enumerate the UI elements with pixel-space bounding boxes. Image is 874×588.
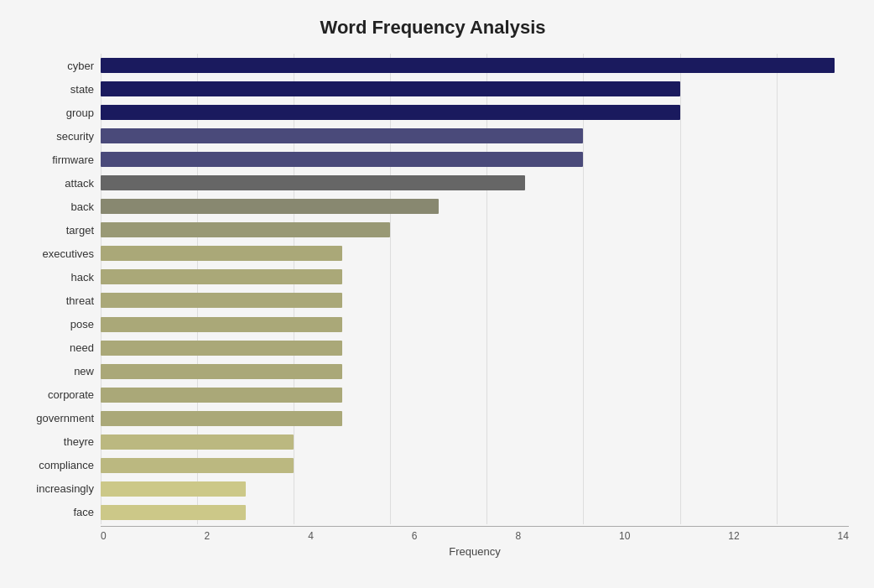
bar-row [101,197,849,216]
bar [101,58,835,73]
bar [101,364,342,379]
y-label: cyber [17,60,94,71]
bar [101,434,294,450]
bar [101,105,680,120]
y-label: face [17,507,94,518]
y-label: state [17,84,94,95]
y-label: threat [17,295,94,306]
x-axis-ticks: 02468101214 [101,527,849,542]
y-label: pose [17,319,94,330]
x-tick: 0 [101,530,107,542]
y-label: government [17,413,94,424]
x-tick: 10 [619,530,630,542]
y-label: increasingly [17,483,94,494]
bar-row [101,339,849,357]
bar-row [101,409,849,428]
bar [101,293,342,308]
bar-row [101,456,849,475]
y-axis-labels: cyberstategroupsecurityfirmwareattackbac… [17,54,101,524]
bar [101,411,342,426]
chart-area: cyberstategroupsecurityfirmwareattackbac… [17,54,849,524]
bar-row [101,433,849,451]
bar [101,458,294,473]
bar-row [101,127,849,145]
y-label: back [17,201,94,212]
bar-row [101,174,849,192]
bar [101,388,342,403]
bar-row [101,221,849,239]
x-tick: 4 [308,530,314,542]
bar [101,81,680,96]
bar-row [101,291,849,310]
bar [101,199,439,214]
bar [101,128,583,143]
x-tick: 2 [205,530,211,542]
y-label: hack [17,272,94,283]
bar [101,175,525,190]
y-label: firmware [17,154,94,165]
bar [101,246,342,261]
bar [101,222,390,237]
y-label: group [17,107,94,118]
y-label: need [17,342,94,353]
bar-row [101,268,849,286]
x-tick: 14 [838,530,849,542]
y-label: new [17,366,94,377]
bar [101,152,583,167]
bar-row [101,56,849,75]
x-tick: 12 [728,530,739,542]
chart-container: Word Frequency Analysis cyberstategroups… [0,0,874,588]
bar [101,341,342,356]
y-label: executives [17,248,94,259]
y-label: theyre [17,436,94,447]
x-tick: 6 [412,530,418,542]
x-tick: 8 [515,530,521,542]
bar-row [101,103,849,122]
bar-row [101,80,849,98]
bar-row [101,315,849,334]
x-axis: 02468101214 Frequency [101,526,849,558]
x-axis-label: Frequency [101,545,849,558]
bar-row [101,150,849,169]
y-label: target [17,225,94,236]
bar-row [101,386,849,404]
bar-row [101,362,849,381]
chart-title: Word Frequency Analysis [17,17,849,39]
y-label: compliance [17,460,94,471]
bar [101,481,246,497]
bar [101,317,342,332]
bar-row [101,480,849,498]
bar [101,505,246,520]
y-label: corporate [17,389,94,400]
bars-and-grid: 02468101214 Frequency [101,54,849,524]
y-label: attack [17,178,94,189]
y-label: security [17,131,94,142]
bar-row [101,503,849,522]
bar [101,269,342,284]
bar-row [101,244,849,263]
